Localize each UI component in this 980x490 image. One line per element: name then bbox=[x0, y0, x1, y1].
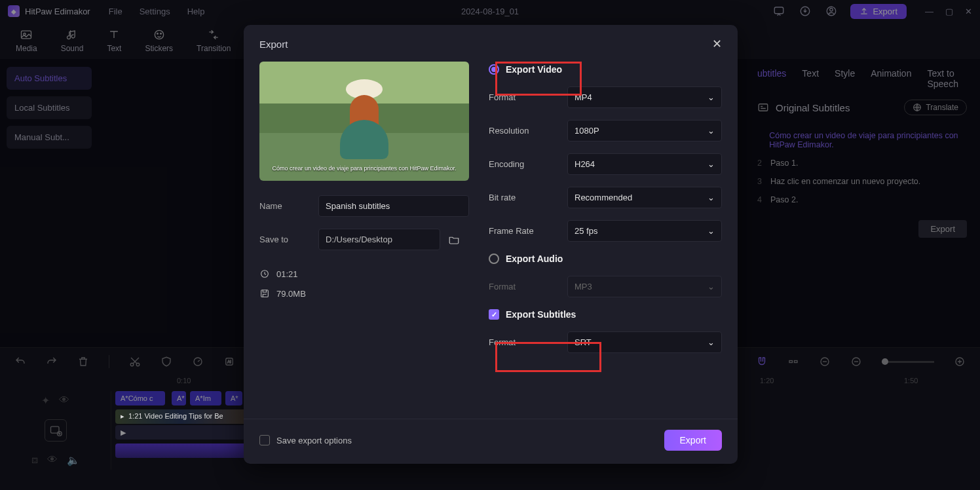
framerate-label: Frame Rate bbox=[489, 226, 567, 236]
video-format-label: Format bbox=[489, 92, 567, 102]
export-subtitles-option[interactable]: ✓ Export Subtitles bbox=[489, 309, 722, 320]
save-export-options[interactable]: Save export options bbox=[259, 435, 352, 445]
preview-caption: Cómo crear un video de viaje para princi… bbox=[259, 165, 469, 172]
svg-rect-26 bbox=[261, 290, 269, 297]
bitrate-select[interactable]: Recommended⌄ bbox=[567, 187, 722, 208]
save-to-label: Save to bbox=[259, 235, 318, 244]
duration-value: 01:21 bbox=[276, 269, 298, 279]
folder-icon[interactable] bbox=[448, 234, 460, 246]
name-input[interactable] bbox=[318, 195, 469, 217]
export-video-option[interactable]: Export Video bbox=[489, 64, 722, 75]
subtitle-format-label: Format bbox=[489, 337, 567, 347]
save-options-checkbox[interactable] bbox=[259, 435, 270, 445]
disk-icon bbox=[259, 288, 270, 299]
name-label: Name bbox=[259, 201, 318, 211]
bitrate-label: Bit rate bbox=[489, 193, 567, 202]
dialog-title: Export bbox=[259, 39, 288, 50]
resolution-select[interactable]: 1080P⌄ bbox=[567, 120, 722, 141]
video-format-select[interactable]: MP4⌄ bbox=[567, 86, 722, 108]
export-left-column: Cómo crear un video de viaje para princi… bbox=[259, 62, 469, 419]
subtitle-format-select[interactable]: SRT⌄ bbox=[567, 331, 722, 353]
export-audio-option[interactable]: Export Audio bbox=[489, 254, 722, 264]
export-right-column: Export Video FormatMP4⌄ Resolution1080P⌄… bbox=[489, 62, 722, 419]
video-preview: Cómo crear un video de viaje para princi… bbox=[259, 62, 469, 181]
audio-format-label: Format bbox=[489, 282, 567, 292]
clock-icon bbox=[259, 269, 270, 279]
filesize-value: 79.0MB bbox=[276, 289, 306, 299]
resolution-label: Resolution bbox=[489, 126, 567, 136]
save-path-box[interactable]: D:/Users/Desktop bbox=[318, 229, 440, 250]
video-clip-label: ▸ 1:21 Video Editing Tips for Be bbox=[115, 409, 246, 423]
export-audio-radio[interactable] bbox=[489, 254, 499, 264]
export-confirm-button[interactable]: Export bbox=[664, 430, 722, 451]
close-icon[interactable]: ✕ bbox=[712, 37, 722, 51]
encoding-select[interactable]: H264⌄ bbox=[567, 153, 722, 175]
export-dialog: Export ✕ Cómo crear un video de viaje pa… bbox=[244, 25, 738, 464]
export-video-radio[interactable] bbox=[489, 64, 499, 75]
export-subtitles-checkbox[interactable]: ✓ bbox=[489, 309, 499, 320]
framerate-select[interactable]: 25 fps⌄ bbox=[567, 220, 722, 242]
audio-format-select: MP3⌄ bbox=[567, 276, 722, 297]
encoding-label: Encoding bbox=[489, 159, 567, 169]
